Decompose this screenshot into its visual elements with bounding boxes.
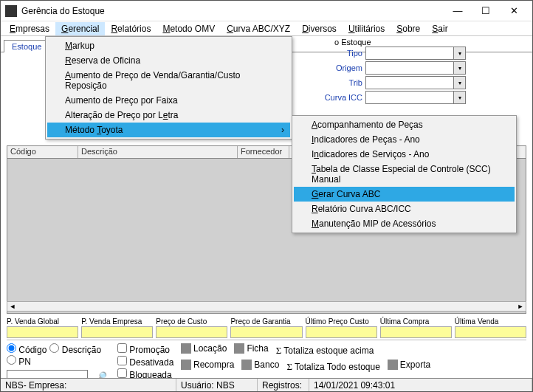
dropdown-button[interactable]: ▾	[454, 61, 466, 75]
dropdown-button[interactable]: ▾	[454, 47, 466, 60]
lower-toolbar: Código Descrição PN 🔎 Promoção Desativad…	[7, 340, 526, 376]
tool-label: Locação	[193, 343, 227, 354]
scroll-right-arrow[interactable]: ►	[515, 302, 526, 311]
menu-utilitários[interactable]: Utilitários	[343, 22, 391, 35]
status-datetime: 14/01/2021 09:43:01	[309, 379, 532, 391]
menu-item-markup[interactable]: Markup	[47, 38, 290, 53]
menu-gerencial[interactable]: Gerencial	[55, 22, 105, 35]
column-fornecedor[interactable]: Fornecedor	[238, 146, 289, 158]
tool-label: Banco	[254, 360, 279, 370]
maximize-button[interactable]: ☐	[472, 1, 500, 21]
field-pre-o-de-custo: Preço de Custo	[156, 317, 227, 338]
tool-recompra[interactable]: Recompra	[181, 360, 234, 370]
menu-relatórios[interactable]: Relatórios	[105, 22, 157, 35]
filter-input-origem[interactable]	[365, 61, 454, 75]
minimize-button[interactable]: —	[444, 1, 472, 21]
metodo-toyota-submenu: Acompanhamento de PeçasIndicadores de Pe…	[292, 115, 517, 233]
status-registros: Registros:	[258, 379, 309, 391]
recompra-icon	[181, 360, 191, 370]
tool-totaliza-todo-estoque[interactable]: ΣTotaliza Todo estoque	[286, 361, 379, 373]
field-label: Preço de Garantia	[230, 317, 302, 326]
submenu-item-tabela-de-classe-especial-de-controle-scc-manual[interactable]: Tabela de Classe Especial de Controle (S…	[294, 162, 515, 187]
loca-o-icon	[181, 343, 191, 354]
check-promoção[interactable]: Promoção	[117, 343, 181, 356]
tool-banco[interactable]: Banco	[241, 360, 279, 370]
field--ltimo-pre-o-custo: Último Preço Custo	[306, 317, 377, 338]
close-button[interactable]: ✕	[500, 1, 528, 21]
status-empresa: NBS- Empresa:	[1, 379, 176, 391]
tool-loca-o[interactable]: Locação	[181, 343, 227, 354]
menu-item-reserva-de-oficina[interactable]: Reserva de Oficina	[47, 53, 290, 68]
field--ltima-compra: Última Compra	[380, 317, 452, 338]
submenu-item-indicadores-de-servi-os-ano[interactable]: Indicadores de Serviços - Ano	[294, 147, 515, 162]
sigma-icon: Σ	[286, 361, 292, 373]
menu-item-aumento-de-pre-o-de-venda-garantia-custo-reposi-o[interactable]: Aumento de Preço de Venda/Garantia/Custo…	[47, 68, 290, 93]
bottom-fields: P. Venda GlobalP. Venda EmpresaPreço de …	[7, 317, 526, 338]
submenu-item-indicadores-de-pe-as-ano[interactable]: Indicadores de Peças - Ano	[294, 132, 515, 147]
field-p-venda-global: P. Venda Global	[7, 317, 78, 338]
menu-metodo-omv[interactable]: Metodo OMV	[157, 22, 221, 35]
filter-input-curva icc[interactable]	[365, 91, 454, 104]
radio-descrição[interactable]: Descrição	[49, 343, 101, 355]
app-icon	[5, 5, 17, 17]
filter-input-trib[interactable]	[365, 76, 454, 89]
tool-label: Totaliza estoque acima	[283, 345, 374, 356]
field-value	[306, 326, 377, 338]
status-checks: Promoção Desativada Bloqueada	[117, 343, 181, 376]
ficha-icon	[234, 343, 244, 354]
filter-row-tipo: Tipo▾	[320, 47, 526, 60]
column-descri-o[interactable]: Descrição	[78, 146, 238, 158]
tab-estoque[interactable]: Estoque	[4, 40, 49, 52]
tool-label: Ficha	[247, 343, 268, 354]
menu-sobre[interactable]: Sobre	[391, 22, 426, 35]
radio-pn[interactable]: PN	[7, 355, 31, 367]
field-label: Última Compra	[380, 317, 452, 326]
filter-label: Origem	[320, 63, 362, 72]
tool-label: Totaliza Todo estoque	[295, 362, 380, 372]
field-value	[81, 326, 153, 338]
field-label: Último Preço Custo	[306, 317, 377, 326]
banco-icon	[241, 360, 252, 370]
menu-item-aumento-de-pre-o-por-faixa[interactable]: Aumento de Preço por Faixa	[47, 93, 290, 108]
filter-label: Curva ICC	[320, 93, 362, 102]
filter-row-trib: Trib▾	[320, 76, 526, 89]
menu-empresas[interactable]: Empresas	[4, 22, 55, 35]
menu-curva-abc/xyz[interactable]: Curva ABC/XYZ	[221, 22, 296, 35]
menu-item-altera-o-de-pre-o-por-letra[interactable]: Alteração de Preço por Letra	[47, 108, 290, 123]
filter-label: Tipo	[320, 49, 362, 58]
filter-label: Trib	[320, 78, 362, 87]
horizontal-scrollbar[interactable]: ◄ ►	[7, 301, 526, 312]
column-c-digo[interactable]: Código	[7, 146, 78, 158]
tool-exporta[interactable]: Exporta	[388, 360, 430, 370]
action-buttons: LocaçãoFichaΣTotaliza estoque acima Reco…	[181, 343, 526, 376]
radio-código[interactable]: Código	[7, 343, 47, 355]
submenu-item-gerar-curva-abc[interactable]: Gerar Curva ABC	[294, 187, 515, 202]
window-title: Gerência do Estoque	[21, 6, 444, 16]
field-label: P. Venda Global	[7, 317, 78, 326]
submenu-item-acompanhamento-de-pe-as[interactable]: Acompanhamento de Peças	[294, 117, 515, 132]
menu-sair[interactable]: Sair	[426, 22, 453, 35]
tool-totaliza-estoque-acima[interactable]: ΣTotaliza estoque acima	[276, 345, 374, 357]
scroll-left-arrow[interactable]: ◄	[7, 302, 18, 311]
field-value	[380, 326, 452, 338]
dropdown-button[interactable]: ▾	[454, 91, 466, 104]
field--ltima-venda: Última Venda	[455, 317, 526, 338]
field-value	[455, 326, 526, 338]
field-p-venda-empresa: P. Venda Empresa	[81, 317, 153, 338]
menu-item-m-todo-toyota[interactable]: Método Toyota	[47, 123, 290, 137]
titlebar: Gerência do Estoque — ☐ ✕	[1, 1, 532, 21]
submenu-item-relat-rio-curva-abc-icc[interactable]: Relatório Curva ABC/ICC	[294, 202, 515, 216]
filter-panel: o Estoque Tipo▾Origem▾Trib▾Curva ICC▾	[320, 38, 526, 106]
filter-input-tipo[interactable]	[365, 47, 454, 60]
dropdown-button[interactable]: ▾	[454, 76, 466, 89]
submenu-item-manuten-o-mip-de-acess-rios[interactable]: Manutenção MIP de Acessórios	[294, 216, 515, 231]
tool-ficha[interactable]: Ficha	[234, 343, 268, 354]
filter-row-origem: Origem▾	[320, 61, 526, 75]
field-label: P. Venda Empresa	[81, 317, 153, 326]
menu-diversos[interactable]: Diversos	[296, 22, 343, 35]
check-desativada[interactable]: Desativada	[117, 356, 181, 368]
tool-label: Exporta	[400, 360, 430, 370]
field-label: Última Venda	[455, 317, 526, 326]
menubar: EmpresasGerencialRelatóriosMetodo OMVCur…	[1, 21, 532, 36]
status-usuario: Usuário: NBS	[176, 379, 258, 391]
